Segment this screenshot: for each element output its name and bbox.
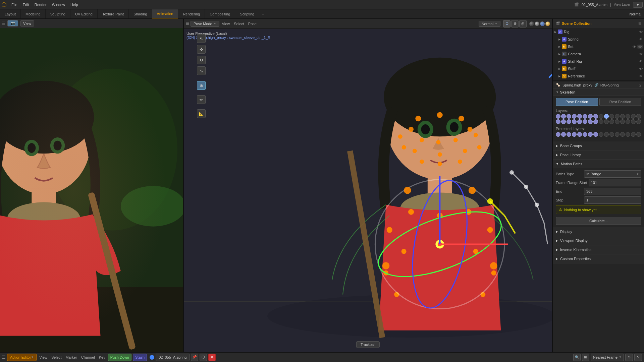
pose-menu[interactable]: Pose: [247, 22, 258, 26]
filter-icon[interactable]: ⊞: [638, 21, 641, 25]
viewport-display-header[interactable]: ▶ Viewport Display: [553, 236, 644, 245]
custom-props-header[interactable]: ▶ Custom Properties: [553, 254, 644, 263]
prot-1-11[interactable]: [609, 132, 614, 137]
layer-2-16[interactable]: [636, 119, 641, 124]
layer-2-11[interactable]: [609, 119, 614, 124]
prot-1-7[interactable]: [588, 132, 593, 137]
prot-1-1[interactable]: [556, 132, 560, 137]
left-vp-menu-icon[interactable]: ☰: [2, 21, 5, 25]
shading-solid[interactable]: [535, 21, 539, 26]
select-menu[interactable]: Select: [232, 22, 246, 26]
filter-icon2[interactable]: ⊞: [582, 354, 589, 361]
prot-1-9[interactable]: [599, 132, 603, 137]
layer-2-13[interactable]: [620, 119, 625, 124]
menu-file[interactable]: File: [9, 2, 20, 7]
layer-1-1[interactable]: [556, 114, 560, 119]
prot-1-16[interactable]: [636, 132, 641, 137]
proportion-btn[interactable]: ∿: [634, 354, 642, 361]
snap-btn[interactable]: ⊕: [625, 354, 633, 361]
action-copy-btn[interactable]: ⬡: [200, 354, 207, 361]
tab-layout[interactable]: Layout: [0, 9, 21, 18]
tl-select-menu[interactable]: Select: [50, 355, 63, 359]
rest-position-btn[interactable]: Rest Position: [599, 98, 642, 106]
layer-2-10[interactable]: [604, 119, 609, 124]
annotate-tool-btn[interactable]: ✏: [197, 95, 206, 104]
layer-2-1[interactable]: [556, 119, 560, 124]
select-tool-btn[interactable]: ↖: [197, 34, 206, 43]
rig-eye-icon[interactable]: 👁: [639, 30, 643, 34]
layer-2-7[interactable]: [588, 119, 593, 124]
layer-1-4[interactable]: [572, 114, 577, 119]
layer-1-13[interactable]: [620, 114, 625, 119]
scene-item-set[interactable]: ▶ M Set 👁 99: [553, 43, 644, 50]
move-tool-btn[interactable]: ✛: [197, 45, 206, 54]
tab-modeling[interactable]: Modeling: [21, 9, 46, 18]
prot-1-3[interactable]: [567, 132, 571, 137]
prot-1-5[interactable]: [577, 132, 582, 137]
transform-tool-btn[interactable]: ⊕: [197, 81, 206, 90]
left-vp-camera-btn[interactable]: 📷: [7, 20, 18, 26]
layer-1-9[interactable]: [599, 114, 603, 119]
layer-2-12[interactable]: [615, 119, 620, 124]
prot-1-13[interactable]: [620, 132, 625, 137]
stash-btn[interactable]: Stash: [133, 354, 147, 361]
layer-2-15[interactable]: [631, 119, 636, 124]
layer-1-7[interactable]: [588, 114, 593, 119]
view-menu[interactable]: View: [221, 22, 231, 26]
menu-edit[interactable]: Edit: [20, 2, 32, 7]
layer-2-2[interactable]: [561, 119, 566, 124]
layer-2-6[interactable]: [583, 119, 587, 124]
tl-channel-menu[interactable]: Channel: [80, 355, 96, 359]
tab-shading[interactable]: Shading: [129, 9, 152, 18]
scene-item-rig[interactable]: ▶ A Rig 👁: [553, 28, 644, 36]
pose-mode-dropdown[interactable]: Pose Mode ▼: [191, 21, 219, 27]
tl-view-menu[interactable]: View: [38, 355, 49, 359]
nearest-frame-select[interactable]: Nearest Frame ▼: [591, 354, 624, 361]
filter-btn[interactable]: 🔍: [573, 354, 581, 361]
gizmo-btn[interactable]: ⊕: [511, 20, 519, 27]
ik-header[interactable]: ▶ Inverse Kinematics: [553, 245, 644, 254]
tl-key-menu[interactable]: Key: [98, 355, 107, 359]
tab-texture-paint[interactable]: Texture Paint: [98, 9, 129, 18]
scene-item-reference[interactable]: ▶ ▽ Reference 👁: [553, 72, 644, 80]
menu-help[interactable]: Help: [68, 2, 81, 7]
layer-1-2[interactable]: [561, 114, 566, 119]
rotate-tool-btn[interactable]: ↻: [197, 56, 206, 64]
set-eye-icon[interactable]: 👁: [633, 45, 636, 49]
paths-type-select[interactable]: In Range ▼: [584, 170, 641, 178]
spring-eye-icon[interactable]: 👁: [639, 38, 643, 41]
action-editor-btn[interactable]: Action Editor ▼: [7, 354, 37, 361]
action-name-display[interactable]: 02_055_A.spring: [156, 354, 190, 361]
layer-2-4[interactable]: [572, 119, 577, 124]
add-workspace-tab[interactable]: +: [259, 11, 267, 17]
push-down-btn[interactable]: Push Down: [108, 354, 131, 361]
pose-library-header[interactable]: ▶ Pose Library: [553, 150, 644, 159]
prot-1-15[interactable]: [631, 132, 636, 137]
viewport3d-scene[interactable]: User Perspective (Local) (324) Spring.hi…: [184, 29, 552, 352]
ref-eye-icon[interactable]: 👁: [639, 74, 643, 78]
frame-range-start-input[interactable]: 101: [589, 179, 641, 186]
end-input[interactable]: 363: [584, 188, 641, 195]
motion-paths-header[interactable]: ▼ Motion Paths: [553, 160, 644, 168]
tab-scripting[interactable]: Scripting: [235, 9, 259, 18]
layer-1-3[interactable]: [567, 114, 571, 119]
prot-1-4[interactable]: [572, 132, 577, 137]
shading-material[interactable]: [540, 21, 545, 26]
menu-window[interactable]: Window: [49, 2, 68, 7]
layer-2-14[interactable]: [626, 119, 630, 124]
tab-compositing[interactable]: Compositing: [205, 9, 235, 18]
tab-uv-editing[interactable]: UV Editing: [70, 9, 98, 18]
scene-item-camera[interactable]: ▶ C Camera 👁: [553, 50, 644, 58]
prot-1-2[interactable]: [561, 132, 566, 137]
left-vp-view-btn[interactable]: View: [20, 20, 34, 26]
scene-item-staffrig[interactable]: ▶ A Staff Rig 👁: [553, 58, 644, 65]
layer-2-3[interactable]: [567, 119, 571, 124]
layer-1-14[interactable]: [626, 114, 630, 119]
layer-1-11[interactable]: [609, 114, 614, 119]
display-header[interactable]: ▶ Display: [553, 227, 644, 236]
scene-item-staff[interactable]: ▶ M Staff 👁: [553, 65, 644, 72]
prot-1-6[interactable]: [583, 132, 587, 137]
layer-1-8[interactable]: [593, 114, 598, 119]
staff-eye-icon[interactable]: 👁: [639, 67, 643, 71]
scale-tool-btn[interactable]: ⤡: [197, 66, 206, 75]
